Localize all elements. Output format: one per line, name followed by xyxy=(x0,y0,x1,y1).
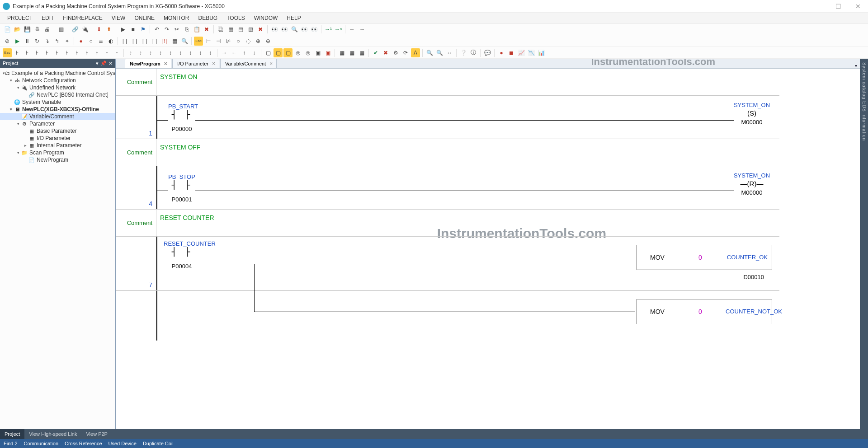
c5-icon[interactable]: ↑ xyxy=(240,48,249,57)
step-out-icon[interactable]: ↰ xyxy=(52,37,61,46)
undo-icon[interactable]: ↶ xyxy=(152,25,161,34)
sf7-icon[interactable]: ⊦ xyxy=(72,48,81,57)
sf8b-icon[interactable]: ↕ xyxy=(196,48,205,57)
rec-icon[interactable]: ● xyxy=(497,48,506,57)
view1-icon[interactable]: ▢ xyxy=(264,48,273,57)
ladder-editor[interactable]: InstrumentationTools.com Comment SYSTEM … xyxy=(116,69,860,429)
zoom-in-icon[interactable]: 🔍 xyxy=(425,48,434,57)
left-tab-hslink[interactable]: View High-speed Link xyxy=(24,429,81,439)
sf7b-icon[interactable]: ↕ xyxy=(186,48,195,57)
cursor-icon[interactable]: ⌖ xyxy=(62,37,71,46)
c6-icon[interactable]: ↓ xyxy=(250,48,259,57)
c4-icon[interactable]: ← xyxy=(230,48,239,57)
remove-icon[interactable]: ✖ xyxy=(256,25,265,34)
run-icon[interactable]: ▶ xyxy=(118,25,127,34)
replace-icon[interactable]: 👀 xyxy=(300,25,309,34)
menu-edit[interactable]: EDIT xyxy=(37,14,58,23)
status-icon[interactable]: ⚑ xyxy=(138,25,147,34)
paste-icon[interactable]: 📋 xyxy=(192,25,201,34)
view7-icon[interactable]: ▣ xyxy=(323,48,332,57)
menu-window[interactable]: WINDOW xyxy=(250,14,283,23)
view3-icon[interactable]: ▢ xyxy=(283,48,292,57)
panel-pin-icon[interactable]: 📌 xyxy=(100,61,107,66)
graph-icon[interactable]: ⿻ xyxy=(216,25,225,34)
sf5b-icon[interactable]: ↕ xyxy=(166,48,175,57)
esc-key-icon[interactable]: Esc xyxy=(194,37,203,46)
status-duplicate-coil[interactable]: Duplicate Coil xyxy=(143,441,174,446)
tab-overflow-icon[interactable]: ▾ xyxy=(855,63,857,68)
sf4-icon[interactable]: ⊦ xyxy=(42,48,52,57)
sf1b-icon[interactable]: ↕ xyxy=(126,48,135,57)
menu-tools[interactable]: TOOLS xyxy=(222,14,249,23)
save-icon[interactable]: 💾 xyxy=(23,25,32,34)
f6-ladder-icon[interactable]: ○ xyxy=(234,37,243,46)
right-side-panel[interactable]: System catalog EDS information xyxy=(860,59,868,429)
status-find[interactable]: Find 2 xyxy=(4,441,18,446)
play-icon[interactable]: ▶ xyxy=(13,37,22,46)
tree-variable-comment[interactable]: 📝Variable/Comment xyxy=(0,113,115,120)
diag-icon[interactable]: 🔍 xyxy=(180,37,189,46)
prev-icon[interactable]: ← xyxy=(348,25,357,34)
func-mov-counter-not-ok[interactable]: MOV 0 COUNTER_NOT_OK xyxy=(637,299,772,324)
contact-pb-start[interactable]: PB_START ┤ ├ P00000 xyxy=(168,103,195,132)
mem-icon[interactable]: ▦ xyxy=(170,37,179,46)
f11-icon[interactable]: ⊦ xyxy=(112,48,121,57)
sf1-icon[interactable]: ⊦ xyxy=(13,48,22,57)
download-icon[interactable]: ⬇ xyxy=(94,25,104,34)
rec-stop-icon[interactable]: ◼ xyxy=(507,48,516,57)
view2-icon[interactable]: ▢ xyxy=(274,48,283,57)
stop-icon[interactable]: ■ xyxy=(128,25,137,34)
view4-icon[interactable]: ◎ xyxy=(293,48,302,57)
upload-icon[interactable]: ⬆ xyxy=(104,25,113,34)
break-icon[interactable]: ⊘ xyxy=(3,37,12,46)
sf3-icon[interactable]: ⊦ xyxy=(33,48,42,57)
menu-online[interactable]: ONLINE xyxy=(130,14,159,23)
help-icon[interactable]: ❔ xyxy=(459,48,468,57)
f8-ladder-icon[interactable]: ⊕ xyxy=(254,37,263,46)
menu-view[interactable]: VIEW xyxy=(107,14,130,23)
copy-icon[interactable]: ⎘ xyxy=(182,25,191,34)
redo-icon[interactable]: ↷ xyxy=(162,25,171,34)
left-tab-project[interactable]: Project xyxy=(0,429,24,439)
tab-io-parameter[interactable]: I/O Parameter× xyxy=(172,59,219,68)
f7-ladder-icon[interactable]: ◌ xyxy=(244,37,253,46)
find-icon[interactable]: 👀 xyxy=(270,25,279,34)
tree-io-param[interactable]: ▦I/O Parameter xyxy=(0,135,115,142)
tree-internal-param[interactable]: ▸▦Internal Parameter xyxy=(0,142,115,149)
func-mov-counter-ok[interactable]: MOV 0 COUNTER_OK xyxy=(637,245,772,270)
status-cross-reference[interactable]: Cross Reference xyxy=(65,441,102,446)
step-over-icon[interactable]: →ⁿ xyxy=(334,25,343,34)
panel-close-icon[interactable]: ✕ xyxy=(108,61,113,66)
f4-ladder-icon[interactable]: ⊣ xyxy=(214,37,223,46)
status-communication[interactable]: Communication xyxy=(24,441,58,446)
close-button[interactable]: ✕ xyxy=(848,0,868,13)
bp-toggle-icon[interactable]: ◐ xyxy=(106,37,115,46)
tree-newplc-conn[interactable]: 🔗NewPLC [B0S0 Internal Cnet] xyxy=(0,91,115,98)
sf6b-icon[interactable]: ↕ xyxy=(176,48,185,57)
goto-icon[interactable]: 👀 xyxy=(310,25,319,34)
close-icon[interactable]: × xyxy=(269,61,273,67)
zoom-out-icon[interactable]: 🔍 xyxy=(435,48,444,57)
project-tree[interactable]: ▾🗂Example of a Packing Machine Control S… xyxy=(0,68,115,429)
grid1-icon[interactable]: ▦ xyxy=(337,48,346,57)
watch4-icon[interactable]: [ ] xyxy=(150,37,159,46)
c3-icon[interactable]: → xyxy=(220,48,229,57)
restart-icon[interactable]: ↻ xyxy=(33,37,42,46)
connect-icon[interactable]: 🔗 xyxy=(71,25,80,34)
status-used-device[interactable]: Used Device xyxy=(108,441,137,446)
tab-newprogram[interactable]: NewProgram× xyxy=(125,59,171,68)
f10-icon[interactable]: ⊦ xyxy=(102,48,111,57)
close-icon[interactable]: × xyxy=(212,61,215,67)
sf6-icon[interactable]: ⊦ xyxy=(62,48,71,57)
open-folder-icon[interactable]: 📂 xyxy=(13,25,22,34)
fbd-icon[interactable]: ▤ xyxy=(236,25,245,34)
coil-system-on-reset[interactable]: SYSTEM_ON —(R)— M00000 xyxy=(731,173,772,196)
contact-reset-counter[interactable]: RESET_COUNTER ┤ ├ P00004 xyxy=(164,240,200,270)
ok-icon[interactable]: ✔ xyxy=(371,48,380,57)
panel-dropdown-icon[interactable]: ▾ xyxy=(96,61,99,66)
find-next-icon[interactable]: 👀 xyxy=(280,25,289,34)
f3-ladder-icon[interactable]: ⊢ xyxy=(204,37,213,46)
msg-icon[interactable]: 💬 xyxy=(483,48,492,57)
menu-project[interactable]: PROJECT xyxy=(3,14,37,23)
sf3b-icon[interactable]: ↕ xyxy=(146,48,155,57)
